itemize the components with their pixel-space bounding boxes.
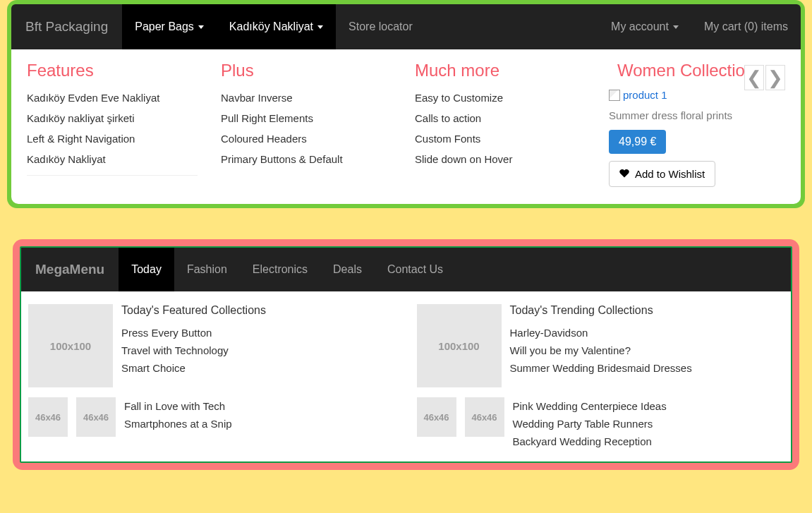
menu-link[interactable]: Calls to action — [415, 108, 600, 128]
nav-paper-bags[interactable]: Paper Bags — [122, 4, 217, 49]
thumbnail-100[interactable]: 100x100 — [28, 304, 113, 387]
list-block: Fall in Love with Tech Smartphones at a … — [124, 397, 232, 437]
megamenu-top: Features Kadıköy Evden Eve Nakliyat Kadı… — [11, 49, 801, 204]
col-product: Women Collection product 1 ❮ ❯ Summer dr… — [609, 61, 785, 187]
product-alt: product 1 — [623, 89, 667, 101]
list-block: Today's Featured Collections Press Every… — [121, 304, 266, 387]
menu-link[interactable]: Kadıköy Nakliyat — [27, 149, 198, 169]
nav-my-account[interactable]: My account — [598, 4, 691, 49]
thumbnail-46[interactable]: 46x46 — [76, 397, 116, 437]
product-desc: Summer dress floral prints — [609, 109, 785, 121]
menu-link[interactable]: Easy to Customize — [415, 89, 600, 108]
bottom-left: 100x100 Today's Featured Collections Pre… — [28, 304, 396, 450]
menu-link[interactable]: Left & Right Navigation — [27, 128, 198, 149]
nav-store-locator[interactable]: Store locator — [336, 4, 425, 49]
list-block: Pink Wedding Centerpiece Ideas Wedding P… — [513, 397, 667, 450]
tab-deals[interactable]: Deals — [320, 248, 375, 291]
product-price: 49,99 € — [609, 130, 666, 154]
col-title: Much more — [415, 61, 600, 80]
menu-link[interactable]: Pull Right Elements — [221, 108, 406, 128]
list-item[interactable]: Wedding Party Table Runners — [513, 415, 667, 433]
list-item[interactable]: Backyard Wedding Reception — [513, 433, 667, 450]
col-plus: Plus Navbar Inverse Pull Right Elements … — [221, 61, 406, 187]
thumbnail-46[interactable]: 46x46 — [28, 397, 68, 437]
list-item[interactable]: Smart Choice — [121, 359, 266, 377]
thumbnail-46[interactable]: 46x46 — [465, 397, 504, 437]
tab-electronics[interactable]: Electronics — [240, 248, 320, 291]
chevron-left-icon: ❮ — [746, 67, 762, 89]
menu-link[interactable]: Custom Fonts — [415, 128, 600, 149]
nav-spacer — [425, 4, 598, 49]
caret-icon — [198, 25, 204, 29]
menu-link[interactable]: Slide down on Hover — [415, 149, 600, 169]
panel-bottom-inner: MegaMenu Today Fashion Electronics Deals… — [20, 246, 792, 463]
menu-link[interactable]: Navbar Inverse — [221, 89, 406, 108]
brand-top[interactable]: Bft Packaging — [11, 4, 122, 49]
list-item[interactable]: Fall in Love with Tech — [124, 397, 232, 415]
bottom-right: 100x100 Today's Trending Collections Har… — [417, 304, 784, 450]
caret-icon — [317, 25, 323, 29]
megamenu-bottom: 100x100 Today's Featured Collections Pre… — [21, 291, 791, 461]
col-title: Plus — [221, 61, 406, 80]
product-image-broken[interactable]: product 1 — [609, 89, 667, 101]
nav-label: My account — [611, 20, 669, 33]
cart-count: 0 — [748, 20, 754, 33]
menu-link[interactable]: Coloured Headers — [221, 128, 406, 149]
navbar-bottom: MegaMenu Today Fashion Electronics Deals… — [21, 248, 791, 291]
list-block: Today's Trending Collections Harley-Davi… — [510, 304, 692, 387]
menu-link[interactable]: Kadıköy Evden Eve Nakliyat — [27, 89, 198, 108]
navbar-top: Bft Packaging Paper Bags Kadıköy Nakliya… — [11, 4, 801, 49]
list-item[interactable]: Harley-Davidson — [510, 324, 692, 342]
heart-icon — [619, 169, 629, 179]
tab-fashion[interactable]: Fashion — [174, 248, 240, 291]
carousel-arrows: ❮ ❯ — [744, 65, 785, 90]
broken-image-icon — [609, 90, 620, 101]
cart-suffix: ) items — [754, 20, 788, 33]
list-item[interactable]: Will you be my Valentine? — [510, 342, 692, 359]
carousel-next[interactable]: ❯ — [765, 65, 785, 90]
list-item[interactable]: Travel with Technology — [121, 342, 266, 359]
thumbnail-100[interactable]: 100x100 — [417, 304, 502, 387]
col-more: Much more Easy to Customize Calls to act… — [415, 61, 600, 187]
menu-link[interactable]: Primary Buttons & Default — [221, 149, 406, 169]
col-features: Features Kadıköy Evden Eve Nakliyat Kadı… — [27, 61, 212, 187]
nav-label: Paper Bags — [135, 20, 194, 33]
nav-kadikoy[interactable]: Kadıköy Nakliyat — [217, 4, 336, 49]
panel-top: Bft Packaging Paper Bags Kadıköy Nakliya… — [7, 0, 805, 208]
carousel-prev[interactable]: ❮ — [744, 65, 764, 90]
panel-bottom: MegaMenu Today Fashion Electronics Deals… — [13, 239, 799, 470]
caret-icon — [673, 25, 679, 29]
list-item[interactable]: Pink Wedding Centerpiece Ideas — [513, 397, 667, 415]
nav-my-cart[interactable]: My cart (0) items — [691, 4, 801, 49]
tab-contact[interactable]: Contact Us — [375, 248, 456, 291]
list-item[interactable]: Press Every Button — [121, 324, 266, 342]
nav-label: Kadıköy Nakliyat — [229, 20, 313, 33]
list-item[interactable]: Smartphones at a Snip — [124, 415, 232, 433]
list-item[interactable]: Summer Wedding Bridesmaid Dresses — [510, 359, 692, 377]
cart-prefix: My cart ( — [704, 20, 748, 33]
chevron-right-icon: ❯ — [768, 67, 783, 89]
tab-today[interactable]: Today — [119, 248, 174, 291]
list-heading: Today's Trending Collections — [510, 304, 692, 317]
add-to-wishlist-button[interactable]: Add to Wishlist — [609, 161, 715, 187]
wishlist-label: Add to Wishlist — [635, 168, 705, 180]
thumbnail-46[interactable]: 46x46 — [417, 397, 456, 437]
list-heading: Today's Featured Collections — [121, 304, 266, 317]
menu-link[interactable]: Kadıköy nakliyat şirketi — [27, 108, 198, 128]
col-title: Features — [27, 61, 212, 80]
brand-bottom[interactable]: MegaMenu — [21, 248, 119, 291]
